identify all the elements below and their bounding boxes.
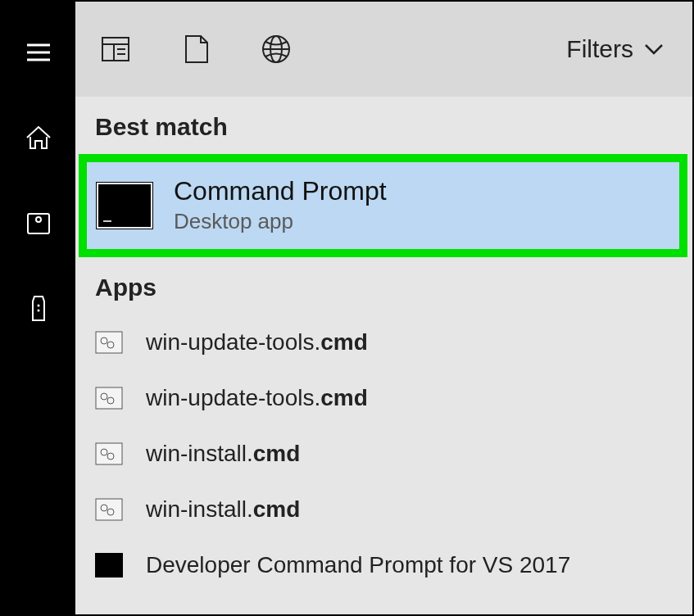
chevron-down-icon (642, 37, 666, 61)
best-match-highlight: Command Prompt Desktop app (79, 154, 687, 257)
svg-point-5 (38, 305, 40, 307)
app-result[interactable]: win-update-tools.cmd (75, 315, 692, 370)
best-match-result[interactable]: Command Prompt Desktop app (87, 162, 679, 249)
start-sidebar (2, 2, 75, 614)
remote-icon[interactable] (19, 288, 58, 328)
file-icon[interactable] (179, 32, 213, 66)
command-prompt-icon (97, 183, 152, 229)
app-result[interactable]: Developer Command Prompt for VS 2017 (75, 537, 692, 578)
app-result-name: win-install.cmd (146, 496, 300, 523)
cmd-file-icon (95, 387, 123, 410)
app-result-name: win-update-tools.cmd (146, 385, 368, 411)
filters-label: Filters (566, 35, 633, 63)
home-icon[interactable] (19, 118, 58, 157)
app-result-name: win-update-tools.cmd (146, 329, 368, 356)
search-topbar: Filters (75, 2, 692, 97)
start-search-panel: Filters Best match Command Prompt Deskto… (0, 0, 694, 616)
app-result[interactable]: win-install.cmd (75, 426, 692, 482)
hamburger-icon[interactable] (19, 33, 58, 72)
search-results-panel: Filters Best match Command Prompt Deskto… (75, 2, 692, 614)
filters-dropdown[interactable]: Filters (566, 35, 669, 63)
app-result-name: win-install.cmd (146, 441, 300, 467)
camera-icon[interactable] (19, 203, 58, 242)
app-result-name: Developer Command Prompt for VS 2017 (146, 552, 570, 578)
section-apps: Apps (75, 257, 692, 315)
web-icon[interactable] (259, 32, 293, 66)
svg-point-6 (38, 310, 40, 312)
cmd-file-icon (95, 498, 123, 521)
apps-list: win-update-tools.cmd win-update-tools.cm… (75, 315, 692, 578)
svg-point-4 (36, 217, 41, 222)
recent-doc-icon[interactable] (98, 32, 133, 66)
best-match-title: Command Prompt (174, 177, 387, 206)
cmd-file-icon (95, 442, 123, 465)
dev-cmd-icon (95, 553, 123, 578)
app-result[interactable]: win-install.cmd (75, 482, 692, 537)
cmd-file-icon (95, 331, 123, 354)
app-result[interactable]: win-update-tools.cmd (75, 370, 692, 426)
best-match-subtitle: Desktop app (174, 209, 387, 234)
section-best-match: Best match (75, 97, 692, 154)
